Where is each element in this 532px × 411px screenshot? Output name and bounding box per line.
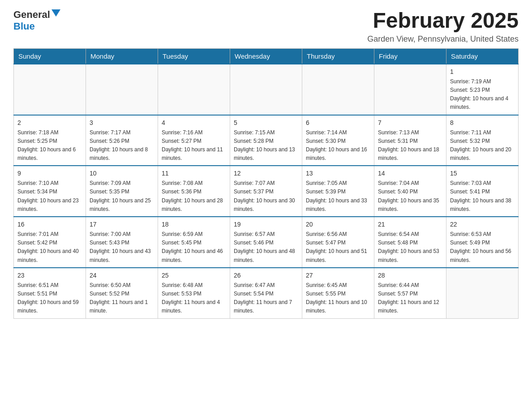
- calendar-cell: 1Sunrise: 7:19 AMSunset: 5:23 PMDaylight…: [446, 64, 519, 115]
- calendar-cell: 18Sunrise: 6:59 AMSunset: 5:45 PMDayligh…: [158, 217, 230, 268]
- day-number: 7: [378, 118, 442, 128]
- calendar-week-row: 23Sunrise: 6:51 AMSunset: 5:51 PMDayligh…: [14, 268, 519, 318]
- month-title: February 2025: [367, 9, 519, 33]
- calendar-cell: [302, 64, 374, 115]
- day-info: Sunrise: 6:48 AMSunset: 5:53 PMDaylight:…: [162, 281, 226, 316]
- calendar-cell: 25Sunrise: 6:48 AMSunset: 5:53 PMDayligh…: [158, 268, 230, 318]
- calendar-week-row: 1Sunrise: 7:19 AMSunset: 5:23 PMDaylight…: [14, 64, 519, 115]
- day-info: Sunrise: 7:13 AMSunset: 5:31 PMDaylight:…: [378, 128, 442, 163]
- calendar-cell: [446, 268, 519, 318]
- calendar-header-row: Sunday Monday Tuesday Wednesday Thursday…: [14, 48, 519, 64]
- day-number: 28: [378, 271, 442, 280]
- day-info: Sunrise: 6:54 AMSunset: 5:48 PMDaylight:…: [378, 230, 442, 265]
- day-info: Sunrise: 6:45 AMSunset: 5:55 PMDaylight:…: [306, 281, 370, 316]
- calendar-cell: 12Sunrise: 7:07 AMSunset: 5:37 PMDayligh…: [230, 166, 302, 217]
- location-title: Garden View, Pennsylvania, United States: [367, 34, 519, 44]
- calendar-cell: 15Sunrise: 7:03 AMSunset: 5:41 PMDayligh…: [446, 166, 519, 217]
- header-saturday: Saturday: [446, 48, 519, 64]
- day-number: 12: [234, 169, 298, 178]
- calendar-cell: 13Sunrise: 7:05 AMSunset: 5:39 PMDayligh…: [302, 166, 374, 217]
- day-info: Sunrise: 7:18 AMSunset: 5:25 PMDaylight:…: [17, 128, 82, 163]
- day-number: 27: [306, 271, 370, 280]
- day-number: 19: [234, 220, 298, 229]
- calendar-cell: 24Sunrise: 6:50 AMSunset: 5:52 PMDayligh…: [86, 268, 158, 318]
- day-number: 9: [17, 169, 82, 178]
- calendar-cell: [158, 64, 230, 115]
- calendar-cell: 11Sunrise: 7:08 AMSunset: 5:36 PMDayligh…: [158, 166, 230, 217]
- day-number: 24: [90, 271, 154, 280]
- calendar-cell: 4Sunrise: 7:16 AMSunset: 5:27 PMDaylight…: [158, 115, 230, 166]
- day-number: 3: [90, 118, 154, 128]
- calendar-cell: 10Sunrise: 7:09 AMSunset: 5:35 PMDayligh…: [86, 166, 158, 217]
- day-info: Sunrise: 6:51 AMSunset: 5:51 PMDaylight:…: [17, 281, 82, 316]
- day-number: 10: [90, 169, 154, 178]
- day-number: 11: [162, 169, 226, 178]
- day-number: 4: [162, 118, 226, 128]
- calendar-cell: 7Sunrise: 7:13 AMSunset: 5:31 PMDaylight…: [374, 115, 446, 166]
- calendar-cell: 17Sunrise: 7:00 AMSunset: 5:43 PMDayligh…: [86, 217, 158, 268]
- day-info: Sunrise: 7:11 AMSunset: 5:32 PMDaylight:…: [450, 128, 515, 163]
- day-number: 14: [378, 169, 442, 178]
- calendar-cell: 14Sunrise: 7:04 AMSunset: 5:40 PMDayligh…: [374, 166, 446, 217]
- logo-general-text: General: [13, 9, 50, 21]
- day-info: Sunrise: 6:47 AMSunset: 5:54 PMDaylight:…: [234, 281, 298, 316]
- calendar-week-row: 16Sunrise: 7:01 AMSunset: 5:42 PMDayligh…: [14, 217, 519, 268]
- logo: General Blue: [13, 9, 60, 32]
- calendar-cell: 2Sunrise: 7:18 AMSunset: 5:25 PMDaylight…: [14, 115, 86, 166]
- calendar-cell: 21Sunrise: 6:54 AMSunset: 5:48 PMDayligh…: [374, 217, 446, 268]
- calendar-cell: 23Sunrise: 6:51 AMSunset: 5:51 PMDayligh…: [14, 268, 86, 318]
- calendar-week-row: 2Sunrise: 7:18 AMSunset: 5:25 PMDaylight…: [14, 115, 519, 166]
- calendar-cell: 26Sunrise: 6:47 AMSunset: 5:54 PMDayligh…: [230, 268, 302, 318]
- calendar-cell: 6Sunrise: 7:14 AMSunset: 5:30 PMDaylight…: [302, 115, 374, 166]
- day-info: Sunrise: 7:15 AMSunset: 5:28 PMDaylight:…: [234, 128, 298, 163]
- day-info: Sunrise: 7:03 AMSunset: 5:41 PMDaylight:…: [450, 179, 515, 214]
- day-number: 6: [306, 118, 370, 128]
- day-number: 1: [450, 67, 515, 77]
- calendar-cell: [86, 64, 158, 115]
- day-number: 23: [17, 271, 82, 280]
- day-info: Sunrise: 6:57 AMSunset: 5:46 PMDaylight:…: [234, 230, 298, 265]
- day-info: Sunrise: 7:14 AMSunset: 5:30 PMDaylight:…: [306, 128, 370, 163]
- header-sunday: Sunday: [14, 48, 86, 64]
- day-info: Sunrise: 7:19 AMSunset: 5:23 PMDaylight:…: [450, 77, 515, 112]
- day-info: Sunrise: 7:10 AMSunset: 5:34 PMDaylight:…: [17, 179, 82, 214]
- logo-blue-text: Blue: [13, 21, 35, 32]
- day-number: 8: [450, 118, 515, 128]
- calendar-cell: 8Sunrise: 7:11 AMSunset: 5:32 PMDaylight…: [446, 115, 519, 166]
- calendar-table: Sunday Monday Tuesday Wednesday Thursday…: [13, 48, 519, 319]
- logo-arrow-icon: [51, 9, 60, 20]
- title-area: February 2025 Garden View, Pennsylvania,…: [367, 9, 519, 44]
- day-number: 5: [234, 118, 298, 128]
- day-info: Sunrise: 7:16 AMSunset: 5:27 PMDaylight:…: [162, 128, 226, 163]
- day-number: 25: [162, 271, 226, 280]
- day-number: 18: [162, 220, 226, 229]
- day-number: 15: [450, 169, 515, 178]
- calendar-cell: 5Sunrise: 7:15 AMSunset: 5:28 PMDaylight…: [230, 115, 302, 166]
- day-info: Sunrise: 7:01 AMSunset: 5:42 PMDaylight:…: [17, 230, 82, 265]
- header-monday: Monday: [86, 48, 158, 64]
- header-wednesday: Wednesday: [230, 48, 302, 64]
- day-number: 2: [17, 118, 82, 128]
- day-number: 21: [378, 220, 442, 229]
- day-info: Sunrise: 7:17 AMSunset: 5:26 PMDaylight:…: [90, 128, 154, 163]
- day-info: Sunrise: 6:56 AMSunset: 5:47 PMDaylight:…: [306, 230, 370, 265]
- day-info: Sunrise: 7:08 AMSunset: 5:36 PMDaylight:…: [162, 179, 226, 214]
- page-header: General Blue February 2025 Garden View, …: [13, 9, 519, 44]
- calendar-cell: 16Sunrise: 7:01 AMSunset: 5:42 PMDayligh…: [14, 217, 86, 268]
- day-info: Sunrise: 6:53 AMSunset: 5:49 PMDaylight:…: [450, 230, 515, 265]
- day-info: Sunrise: 7:04 AMSunset: 5:40 PMDaylight:…: [378, 179, 442, 214]
- day-info: Sunrise: 7:09 AMSunset: 5:35 PMDaylight:…: [90, 179, 154, 214]
- day-number: 13: [306, 169, 370, 178]
- header-tuesday: Tuesday: [158, 48, 230, 64]
- header-friday: Friday: [374, 48, 446, 64]
- calendar-cell: 19Sunrise: 6:57 AMSunset: 5:46 PMDayligh…: [230, 217, 302, 268]
- day-info: Sunrise: 7:00 AMSunset: 5:43 PMDaylight:…: [90, 230, 154, 265]
- calendar-cell: 3Sunrise: 7:17 AMSunset: 5:26 PMDaylight…: [86, 115, 158, 166]
- calendar-week-row: 9Sunrise: 7:10 AMSunset: 5:34 PMDaylight…: [14, 166, 519, 217]
- calendar-cell: [14, 64, 86, 115]
- header-thursday: Thursday: [302, 48, 374, 64]
- day-number: 22: [450, 220, 515, 229]
- svg-marker-0: [51, 9, 60, 17]
- day-info: Sunrise: 6:59 AMSunset: 5:45 PMDaylight:…: [162, 230, 226, 265]
- calendar-cell: 9Sunrise: 7:10 AMSunset: 5:34 PMDaylight…: [14, 166, 86, 217]
